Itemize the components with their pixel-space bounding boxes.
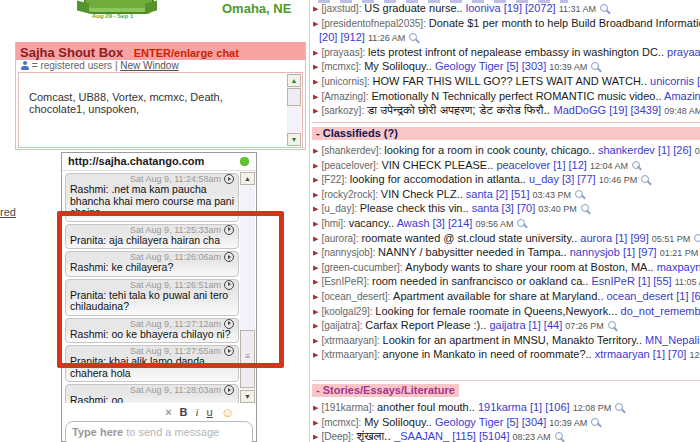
poster-link[interactable]: MadDoGG — [554, 104, 610, 116]
reply-view-counts[interactable]: [115] [5104] — [452, 430, 512, 442]
clipped-left-link[interactable]: red — [0, 206, 16, 218]
poster-link[interactable]: santa — [466, 188, 496, 200]
thread-subject[interactable]: HOW FAR THIS WILL GO?? LETS WAIT AND WAT… — [373, 75, 650, 87]
reply-view-counts[interactable]: [19] [3439] — [609, 104, 664, 116]
thread-subject[interactable]: US graduate nurse.. — [364, 2, 466, 14]
play-icon[interactable] — [224, 225, 234, 235]
search-icon[interactable] — [581, 204, 589, 212]
play-icon[interactable] — [224, 252, 234, 262]
reply-view-counts[interactable]: [1] [97] — [623, 246, 660, 258]
poster-link[interactable]: u_day — [529, 173, 562, 185]
poster-link[interactable]: Awash — [397, 217, 433, 229]
scroll-up-button[interactable]: ▲ — [287, 74, 301, 87]
thread-subject[interactable]: VIN CHECK PLEASE.. — [381, 159, 496, 171]
reply-view-counts[interactable]: [1] [26] — [658, 144, 695, 156]
search-icon[interactable] — [555, 432, 563, 440]
thread-subject[interactable]: Carfax Report Please :).. — [365, 319, 489, 331]
play-icon[interactable] — [224, 280, 234, 290]
thread-subject[interactable]: Donate $1 per month to help Build Broadb… — [429, 17, 700, 29]
poster-link[interactable]: Amazing — [664, 90, 700, 102]
online-users-scrollbar[interactable]: ▲ ▼ — [287, 74, 301, 146]
poster-link[interactable]: unicornis — [650, 75, 697, 87]
poster-link[interactable]: MN_Nepali — [645, 334, 700, 346]
poster-link[interactable]: 191karma — [478, 401, 530, 413]
scrollbar-thumb[interactable] — [287, 88, 301, 106]
bold-button[interactable]: B — [180, 406, 188, 419]
search-icon[interactable] — [409, 33, 417, 41]
thread-subject[interactable]: शृंखला.. — [356, 429, 394, 442]
poster-link[interactable]: Geology Tiger — [435, 60, 507, 72]
thread-subject[interactable]: roomate wanted @ st.cloud state universi… — [361, 232, 580, 244]
search-icon[interactable] — [615, 403, 623, 411]
play-icon[interactable] — [224, 319, 234, 329]
search-icon[interactable] — [591, 62, 599, 70]
poster-link[interactable]: maxpayne — [657, 261, 700, 273]
reply-view-counts[interactable]: [3] [77] — [562, 173, 599, 185]
poster-link[interactable]: peacelover — [496, 159, 553, 171]
scroll-down-button[interactable]: ▼ — [287, 133, 301, 146]
scroll-down-button[interactable]: ▼ — [240, 390, 255, 403]
enter-chat-link[interactable]: ENTER/enlarge chat — [134, 47, 239, 59]
reply-view-counts[interactable]: [1] [70] — [653, 348, 690, 360]
thread-subject[interactable]: anyone in Mankato in need of roommate?.. — [383, 348, 595, 360]
section-header-classifieds[interactable]: - Classifieds (?) — [312, 127, 700, 140]
thread-subject[interactable]: Looking for female roomate in Queens,New… — [375, 305, 620, 317]
section-header-stories[interactable]: - Stories/Essays/Literature — [312, 384, 459, 397]
search-icon[interactable] — [608, 321, 616, 329]
new-window-link[interactable]: New Window — [120, 60, 178, 71]
search-icon[interactable] — [600, 4, 608, 12]
thread-subject[interactable]: Please check this vin.. — [360, 202, 472, 214]
search-icon[interactable] — [641, 175, 649, 183]
poster-link[interactable]: santa — [472, 202, 502, 214]
play-icon[interactable] — [224, 346, 234, 356]
reply-view-counts[interactable]: [1] [64] — [676, 290, 700, 302]
reply-view-counts[interactable]: [5] [304] — [506, 416, 549, 428]
scrollbar-thumb[interactable]: ≡ — [240, 330, 255, 388]
thread-subject[interactable]: Emotionally N Technically perfect ROMANT… — [371, 90, 664, 102]
reply-view-counts[interactable]: [2] [51] — [496, 188, 533, 200]
search-icon[interactable] — [591, 418, 599, 426]
poster-link[interactable]: gaijatra — [489, 319, 528, 331]
thread-subject[interactable]: Lookin for an apartment in MNSU, Manakto… — [383, 334, 645, 346]
thread-subject[interactable]: NANNY / babysitter needed in Tampa.. — [378, 246, 570, 258]
thread-subject[interactable]: looking for accomodation in atlanta.. — [350, 173, 529, 185]
thread-subject[interactable]: another foul mouth.. — [377, 401, 478, 413]
smiley-icon[interactable]: ☺ — [221, 406, 234, 419]
thread-subject[interactable]: डा उपेन्द्रको छोरी अपहरण; डेट करोड फिरौ.… — [367, 103, 554, 117]
reply-view-counts[interactable]: [20] [912] — [319, 31, 368, 43]
thread-subject[interactable]: My Soliloquy.. — [364, 60, 435, 72]
scroll-up-button[interactable]: ▲ — [240, 172, 255, 185]
thread-subject[interactable]: My Soliloquy.. — [364, 416, 435, 428]
thread-subject[interactable]: vacancy.. — [349, 217, 397, 229]
search-icon[interactable] — [575, 190, 583, 198]
reply-view-counts[interactable]: [3] [70] — [502, 202, 539, 214]
poster-link[interactable]: aurora — [580, 232, 615, 244]
reply-view-counts[interactable]: [1] [99] — [615, 232, 652, 244]
reply-view-counts[interactable]: [5] [303] — [506, 60, 549, 72]
search-icon[interactable] — [632, 161, 640, 169]
search-icon[interactable] — [517, 219, 525, 227]
chat-input[interactable]: Type here to send a message — [65, 421, 253, 442]
poster-link[interactable]: Geology Tiger — [435, 416, 507, 428]
reply-view-counts[interactable]: [1] [12] — [553, 159, 590, 171]
close-format-button[interactable]: × — [165, 406, 171, 419]
thread-subject[interactable]: room needed in sanfrancisco or oakland c… — [372, 275, 592, 287]
reply-view-counts[interactable]: [3] [214] — [433, 217, 476, 229]
reply-view-counts[interactable]: [1] [55] — [638, 275, 675, 287]
poster-link[interactable]: xtrmaaryan — [595, 348, 653, 360]
play-icon[interactable] — [224, 385, 234, 395]
reply-view-counts[interactable]: [1] [106] — [530, 401, 573, 413]
play-icon[interactable] — [224, 174, 234, 184]
poster-link[interactable]: do_not_remember_me — [621, 305, 700, 317]
poster-link[interactable]: _SAAJAN_ — [394, 430, 452, 442]
italic-button[interactable]: i — [196, 406, 199, 419]
thread-subject[interactable]: looking for a room in cook county, chica… — [384, 144, 598, 156]
poster-link[interactable]: looniva — [466, 2, 504, 14]
thread-subject[interactable]: Anybody wants to share your room at Bost… — [405, 261, 656, 273]
reply-view-counts[interactable]: [1] [44] — [529, 319, 566, 331]
thread-subject[interactable]: lets protest infront of nepalease embass… — [368, 46, 667, 58]
poster-link[interactable]: EsnIPeR — [592, 275, 638, 287]
chat-scrollbar[interactable]: ▲ ≡ ▼ — [240, 172, 255, 403]
poster-link[interactable]: nannysjob — [570, 246, 623, 258]
underline-button[interactable]: u — [207, 406, 213, 419]
